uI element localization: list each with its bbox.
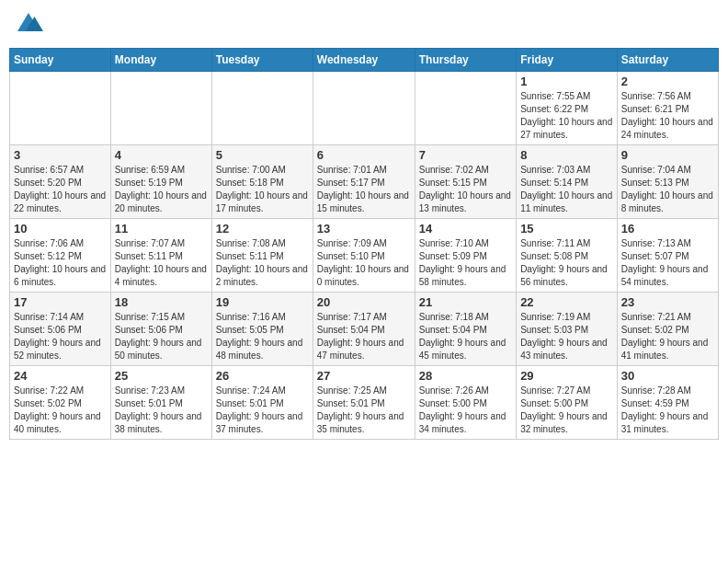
calendar-cell: 18Sunrise: 7:15 AM Sunset: 5:06 PM Dayli… (110, 293, 211, 366)
day-info: Sunrise: 7:17 AM Sunset: 5:04 PM Dayligh… (317, 311, 411, 362)
calendar-week-row: 10Sunrise: 7:06 AM Sunset: 5:12 PM Dayli… (10, 219, 719, 293)
calendar-header-row: SundayMondayTuesdayWednesdayThursdayFrid… (10, 49, 719, 72)
calendar-week-row: 17Sunrise: 7:14 AM Sunset: 5:06 PM Dayli… (10, 293, 719, 366)
day-number: 21 (419, 295, 512, 309)
calendar-cell: 17Sunrise: 7:14 AM Sunset: 5:06 PM Dayli… (10, 293, 111, 366)
logo-icon (14, 9, 43, 39)
day-info: Sunrise: 7:09 AM Sunset: 5:10 PM Dayligh… (317, 237, 411, 289)
day-number: 13 (317, 222, 411, 236)
calendar-cell: 26Sunrise: 7:24 AM Sunset: 5:01 PM Dayli… (211, 366, 313, 440)
day-info: Sunrise: 7:25 AM Sunset: 5:01 PM Dayligh… (317, 385, 411, 436)
calendar-week-row: 24Sunrise: 7:22 AM Sunset: 5:02 PM Dayli… (10, 366, 719, 440)
day-info: Sunrise: 7:16 AM Sunset: 5:05 PM Dayligh… (216, 311, 309, 362)
day-number: 11 (115, 222, 208, 236)
weekday-header: Sunday (10, 49, 111, 72)
day-info: Sunrise: 7:56 AM Sunset: 6:21 PM Dayligh… (621, 90, 714, 142)
day-number: 9 (621, 148, 714, 162)
day-info: Sunrise: 7:19 AM Sunset: 5:03 PM Dayligh… (520, 311, 613, 362)
day-number: 7 (419, 148, 512, 162)
day-number: 19 (216, 295, 309, 309)
page: SundayMondayTuesdayWednesdayThursdayFrid… (0, 0, 728, 563)
day-info: Sunrise: 7:55 AM Sunset: 6:22 PM Dayligh… (520, 90, 613, 142)
day-info: Sunrise: 7:07 AM Sunset: 5:11 PM Dayligh… (115, 237, 208, 289)
calendar-cell: 22Sunrise: 7:19 AM Sunset: 5:03 PM Dayli… (517, 293, 618, 366)
calendar-cell: 7Sunrise: 7:02 AM Sunset: 5:15 PM Daylig… (415, 145, 516, 219)
calendar-cell: 1Sunrise: 7:55 AM Sunset: 6:22 PM Daylig… (517, 72, 618, 145)
logo (14, 9, 45, 39)
day-number: 24 (14, 369, 107, 383)
day-number: 3 (14, 148, 107, 162)
day-number: 8 (520, 148, 613, 162)
day-info: Sunrise: 7:06 AM Sunset: 5:12 PM Dayligh… (14, 237, 107, 289)
day-number: 20 (317, 295, 411, 309)
calendar-cell (415, 72, 516, 145)
day-info: Sunrise: 7:14 AM Sunset: 5:06 PM Dayligh… (14, 311, 107, 362)
day-number: 15 (520, 222, 613, 236)
day-info: Sunrise: 7:18 AM Sunset: 5:04 PM Dayligh… (419, 311, 512, 362)
calendar-cell (313, 72, 415, 145)
calendar-cell: 20Sunrise: 7:17 AM Sunset: 5:04 PM Dayli… (313, 293, 415, 366)
calendar-cell: 27Sunrise: 7:25 AM Sunset: 5:01 PM Dayli… (313, 366, 415, 440)
day-info: Sunrise: 7:15 AM Sunset: 5:06 PM Dayligh… (115, 311, 208, 362)
day-number: 6 (317, 148, 411, 162)
day-number: 12 (216, 222, 309, 236)
calendar-cell (110, 72, 211, 145)
calendar-cell: 28Sunrise: 7:26 AM Sunset: 5:00 PM Dayli… (415, 366, 516, 440)
calendar-cell: 29Sunrise: 7:27 AM Sunset: 5:00 PM Dayli… (517, 366, 618, 440)
calendar-cell: 10Sunrise: 7:06 AM Sunset: 5:12 PM Dayli… (10, 219, 111, 293)
day-number: 30 (621, 369, 714, 383)
calendar-cell: 11Sunrise: 7:07 AM Sunset: 5:11 PM Dayli… (110, 219, 211, 293)
day-info: Sunrise: 6:57 AM Sunset: 5:20 PM Dayligh… (14, 164, 107, 215)
calendar-cell: 8Sunrise: 7:03 AM Sunset: 5:14 PM Daylig… (517, 145, 618, 219)
calendar-cell: 3Sunrise: 6:57 AM Sunset: 5:20 PM Daylig… (10, 145, 111, 219)
day-info: Sunrise: 7:24 AM Sunset: 5:01 PM Dayligh… (216, 385, 309, 436)
day-number: 1 (520, 75, 613, 88)
day-number: 27 (317, 369, 411, 383)
day-number: 22 (520, 295, 613, 309)
calendar-cell: 2Sunrise: 7:56 AM Sunset: 6:21 PM Daylig… (617, 72, 718, 145)
day-number: 23 (621, 295, 714, 309)
day-number: 2 (621, 75, 714, 88)
day-info: Sunrise: 7:23 AM Sunset: 5:01 PM Dayligh… (115, 385, 208, 436)
day-info: Sunrise: 7:11 AM Sunset: 5:08 PM Dayligh… (520, 237, 613, 289)
day-info: Sunrise: 7:13 AM Sunset: 5:07 PM Dayligh… (621, 237, 714, 289)
calendar-cell: 30Sunrise: 7:28 AM Sunset: 4:59 PM Dayli… (617, 366, 718, 440)
day-info: Sunrise: 7:02 AM Sunset: 5:15 PM Dayligh… (419, 164, 512, 215)
calendar-cell: 21Sunrise: 7:18 AM Sunset: 5:04 PM Dayli… (415, 293, 516, 366)
day-number: 29 (520, 369, 613, 383)
weekday-header: Wednesday (313, 49, 415, 72)
calendar-cell: 9Sunrise: 7:04 AM Sunset: 5:13 PM Daylig… (617, 145, 718, 219)
calendar-table: SundayMondayTuesdayWednesdayThursdayFrid… (9, 48, 719, 440)
calendar-cell: 19Sunrise: 7:16 AM Sunset: 5:05 PM Dayli… (211, 293, 313, 366)
day-number: 28 (419, 369, 512, 383)
calendar-cell: 5Sunrise: 7:00 AM Sunset: 5:18 PM Daylig… (211, 145, 313, 219)
calendar-cell: 25Sunrise: 7:23 AM Sunset: 5:01 PM Dayli… (110, 366, 211, 440)
weekday-header: Saturday (617, 49, 718, 72)
day-info: Sunrise: 7:26 AM Sunset: 5:00 PM Dayligh… (419, 385, 512, 436)
day-number: 25 (115, 369, 208, 383)
calendar-cell: 12Sunrise: 7:08 AM Sunset: 5:11 PM Dayli… (211, 219, 313, 293)
day-info: Sunrise: 7:22 AM Sunset: 5:02 PM Dayligh… (14, 385, 107, 436)
header (9, 9, 719, 39)
day-info: Sunrise: 7:10 AM Sunset: 5:09 PM Dayligh… (419, 237, 512, 289)
day-number: 4 (115, 148, 208, 162)
day-number: 10 (14, 222, 107, 236)
day-info: Sunrise: 7:01 AM Sunset: 5:17 PM Dayligh… (317, 164, 411, 215)
day-number: 14 (419, 222, 512, 236)
calendar-cell: 16Sunrise: 7:13 AM Sunset: 5:07 PM Dayli… (617, 219, 718, 293)
day-info: Sunrise: 7:27 AM Sunset: 5:00 PM Dayligh… (520, 385, 613, 436)
calendar-cell: 23Sunrise: 7:21 AM Sunset: 5:02 PM Dayli… (617, 293, 718, 366)
day-number: 26 (216, 369, 309, 383)
calendar-cell: 6Sunrise: 7:01 AM Sunset: 5:17 PM Daylig… (313, 145, 415, 219)
day-info: Sunrise: 6:59 AM Sunset: 5:19 PM Dayligh… (115, 164, 208, 215)
day-number: 18 (115, 295, 208, 309)
day-info: Sunrise: 7:21 AM Sunset: 5:02 PM Dayligh… (621, 311, 714, 362)
day-info: Sunrise: 7:00 AM Sunset: 5:18 PM Dayligh… (216, 164, 309, 215)
calendar-cell (211, 72, 313, 145)
day-info: Sunrise: 7:03 AM Sunset: 5:14 PM Dayligh… (520, 164, 613, 215)
day-number: 5 (216, 148, 309, 162)
day-info: Sunrise: 7:08 AM Sunset: 5:11 PM Dayligh… (216, 237, 309, 289)
weekday-header: Thursday (415, 49, 516, 72)
day-info: Sunrise: 7:04 AM Sunset: 5:13 PM Dayligh… (621, 164, 714, 215)
weekday-header: Monday (110, 49, 211, 72)
